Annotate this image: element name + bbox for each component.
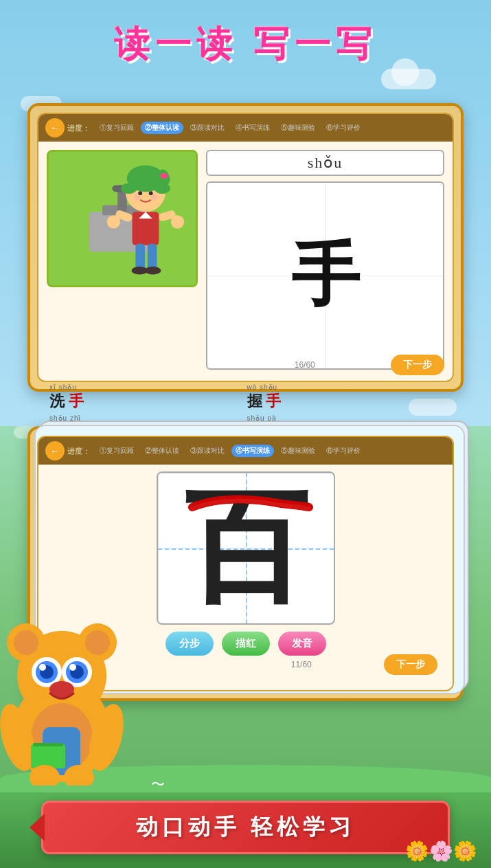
b-step-6: ⑥学习评价 (322, 445, 365, 457)
b-step-5: ⑤趣味测验 (277, 445, 319, 457)
svg-point-16 (151, 194, 158, 201)
stroke-svg (172, 487, 323, 535)
cloud-1 (381, 69, 436, 89)
svg-point-26 (145, 267, 161, 275)
back-arrow-icon: ← (50, 122, 60, 133)
svg-point-10 (155, 183, 170, 194)
top-card-inner: ← 进度： ①复习回顾 ②整体认读 ③跟读对比 ④书写演练 ⑤趣味测验 ⑥学习评… (37, 113, 454, 382)
main-character: 手 (291, 230, 360, 322)
pinyin-display: shǒu (206, 150, 444, 176)
bird-1: 〜 (151, 775, 165, 794)
vocab-item-1: xǐ shǒu 洗 手 (49, 383, 244, 412)
bottom-progress-bar: ← 进度： ①复习回顾 ②整体认读 ③跟读对比 ④书写演练 ⑤趣味测验 ⑥学习评… (38, 437, 453, 465)
character-illustration (47, 150, 198, 287)
flower-right: 🌼🌸🌼 (405, 840, 477, 863)
writing-buttons: 分步 描红 发音 (165, 632, 326, 656)
progress-bar: ← 进度： ①复习回顾 ②整体认读 ③跟读对比 ④书写演练 ⑤趣味测验 ⑥学习评… (38, 114, 453, 142)
progress-label: 进度： (67, 123, 90, 133)
b-step-2: ②整体认读 (141, 445, 183, 457)
svg-point-21 (107, 215, 120, 228)
main-title: 读一读 写一写 (0, 21, 491, 69)
svg-point-9 (121, 183, 137, 194)
step-3: ③跟读对比 (186, 122, 229, 134)
vocab-pinyin-2: wò shǒu (247, 383, 278, 391)
top-next-button[interactable]: 下一步 (391, 355, 444, 375)
vocab-chinese-2: 握 手 (247, 391, 282, 412)
svg-point-32 (85, 630, 110, 655)
bottom-page-count: 11/60 (219, 660, 385, 669)
writing-character-box[interactable]: 百 (157, 471, 335, 625)
girl-svg (49, 152, 196, 285)
b-step-1: ①复习回顾 (95, 445, 138, 457)
card-content: shǒu 手 (38, 142, 453, 378)
miaohong-button[interactable]: 描红 (222, 632, 270, 656)
top-card: ← 进度： ①复习回顾 ②整体认读 ③跟读对比 ④书写演练 ⑤趣味测验 ⑥学习评… (27, 103, 464, 392)
fenbu-button[interactable]: 分步 (165, 632, 214, 656)
svg-point-30 (14, 630, 38, 655)
svg-rect-23 (135, 244, 145, 271)
svg-point-12 (160, 173, 168, 179)
svg-point-15 (133, 194, 140, 201)
top-page-count: 16/60 (219, 360, 391, 370)
card-footer: 16/60 下一步 (38, 355, 453, 375)
vocab-item-2: wò shǒu 握 手 (247, 383, 442, 412)
step-6: ⑥学习评价 (322, 122, 365, 134)
right-panel: shǒu 手 (206, 150, 444, 370)
step-2-active: ②整体认读 (141, 122, 183, 134)
bottom-back-button[interactable]: ← (45, 441, 65, 460)
fayin-button[interactable]: 发音 (278, 632, 326, 656)
b-step-4-active: ④书写演练 (231, 445, 274, 457)
bear-mascot (0, 593, 130, 786)
bear-svg (0, 593, 130, 786)
svg-point-40 (69, 664, 76, 671)
bottom-banner: 动口动手 轻松学习 (41, 801, 450, 854)
bottom-next-button[interactable]: 下一步 (384, 654, 437, 675)
bottom-progress-label: 进度： (67, 446, 90, 456)
svg-point-22 (171, 215, 184, 228)
svg-point-39 (39, 664, 46, 671)
character-display: 手 (206, 181, 444, 370)
b-step-3: ③跟读对比 (186, 445, 229, 457)
step-5: ⑤趣味测验 (277, 122, 319, 134)
vocab-pinyin-1: xǐ shǒu (49, 383, 77, 391)
back-button[interactable]: ← (45, 118, 65, 137)
vocab-chinese-1: 洗 手 (49, 391, 84, 412)
svg-rect-46 (31, 744, 65, 768)
svg-rect-47 (33, 743, 63, 746)
bottom-back-arrow-icon: ← (50, 445, 60, 456)
svg-rect-24 (148, 244, 157, 271)
step-4: ④书写演练 (231, 122, 274, 134)
bottom-slogan: 动口动手 轻松学习 (136, 814, 355, 839)
step-1: ①复习回顾 (95, 122, 138, 134)
